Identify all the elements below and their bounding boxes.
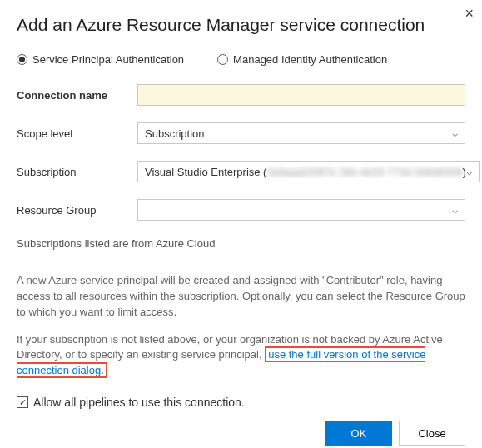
chevron-down-icon: ⌵ [452,204,458,216]
dialog-title: Add an Azure Resource Manager service co… [17,15,465,35]
fallback-text: If your subscription is not listed above… [17,332,465,380]
close-icon[interactable]: × [465,5,474,22]
ok-button[interactable]: OK [325,421,392,446]
radio-icon [17,54,27,65]
field-subscription: Subscription Visual Studio Enterprise (0… [17,161,465,182]
radio-service-principal[interactable]: Service Principal Authentication [17,53,184,66]
field-label: Subscription [17,166,137,178]
field-label: Scope level [17,127,137,140]
chevron-down-icon: ⌵ [466,166,472,177]
cloud-info-text: Subscriptions listed are from Azure Clou… [17,237,465,250]
field-label: Resource Group [17,204,137,217]
dialog-buttons: OK Close [17,421,465,446]
resource-group-select[interactable]: ⌵ [137,199,465,221]
allow-all-pipelines-checkbox[interactable]: ✓ Allow all pipelines to use this connec… [17,396,465,409]
radio-label: Managed Identity Authentication [233,53,387,66]
sp-description-text: A new Azure service principal will be cr… [17,273,465,321]
close-button[interactable]: Close [399,421,465,446]
checkbox-icon: ✓ [17,396,28,408]
field-scope-level: Scope level Subscription ⌵ [17,122,465,144]
field-label: Connection name [17,89,137,102]
radio-managed-identity[interactable]: Managed Identity Authentication [217,53,387,66]
select-value: Subscription [145,127,205,140]
radio-label: Service Principal Authentication [32,53,184,66]
chevron-down-icon: ⌵ [452,127,458,139]
dialog-root: × Add an Azure Resource Manager service … [0,0,482,448]
field-connection-name: Connection name [17,84,465,106]
connection-name-input[interactable] [137,84,465,106]
field-resource-group: Resource Group ⌵ [17,199,465,221]
scope-level-select[interactable]: Subscription ⌵ [137,122,465,144]
select-value: Visual Studio Enterprise (0a9aaa039f7e 3… [145,166,466,178]
auth-radio-group: Service Principal Authentication Managed… [17,53,465,66]
radio-icon [217,54,228,65]
checkbox-label: Allow all pipelines to use this connecti… [33,396,245,409]
subscription-select[interactable]: Visual Studio Enterprise (0a9aaa039f7e 3… [137,161,480,182]
